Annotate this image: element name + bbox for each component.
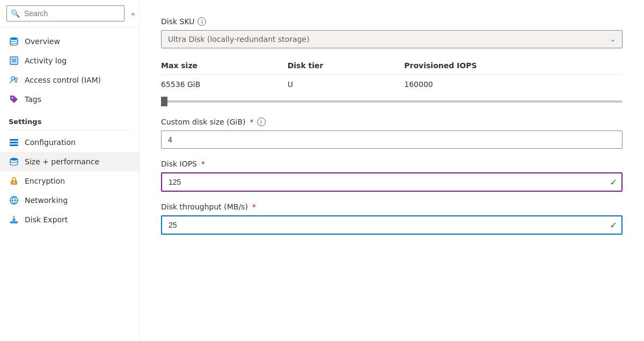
check-icon-throughput: ✓ [610,220,617,230]
sidebar-item-networking-label: Networking [25,196,68,205]
sidebar: 🔍 « Overview [0,0,140,341]
custom-disk-size-input[interactable] [161,130,623,149]
table-header-disk-tier: Disk tier [288,57,405,75]
svg-rect-10 [10,144,18,146]
required-star: * [250,118,254,126]
nav-list: Overview Activity log [0,27,139,341]
disk-iops-section: Disk IOPS * ✓ [161,159,623,192]
sidebar-item-disk-export-label: Disk Export [25,215,68,224]
sidebar-item-overview[interactable]: Overview [0,32,139,51]
sidebar-item-encryption-label: Encryption [25,177,65,185]
svg-point-5 [11,77,14,80]
search-input[interactable] [6,5,125,21]
tags-icon [9,94,19,105]
disk-sku-label: Disk SKU i [161,17,623,26]
sidebar-item-size-performance[interactable]: Size + performance [0,152,139,171]
disk-export-icon [9,214,19,225]
disk-sku-dropdown[interactable]: Ultra Disk (locally-redundant storage) ⌄ [161,30,623,48]
disk-sku-table: Max size Disk tier Provisioned IOPS 6553… [161,57,623,94]
required-star-iops: * [201,159,205,168]
sidebar-item-access-control[interactable]: Access control (IAM) [0,70,139,90]
search-wrapper: 🔍 [6,5,125,21]
networking-icon [9,195,19,206]
svg-point-6 [15,78,17,80]
activity-icon [9,55,19,66]
disk-throughput-input[interactable] [161,215,623,235]
main-content: Disk SKU i Ultra Disk (locally-redundant… [140,0,644,341]
svg-point-13 [13,182,15,184]
table-row: 65536 GiB U 160000 [161,75,623,95]
svg-rect-8 [10,139,18,141]
table-header-provisioned-iops: Provisioned IOPS [404,57,623,75]
table-cell-max-size: 65536 GiB [161,75,288,95]
chevron-down-icon: ⌄ [610,35,616,43]
table-header-max-size: Max size [161,57,288,75]
sidebar-item-networking[interactable]: Networking [0,191,139,210]
svg-rect-9 [10,142,18,143]
disk-sku-value: Ultra Disk (locally-redundant storage) [168,35,310,43]
settings-divider [9,130,130,130]
sidebar-item-configuration[interactable]: Configuration [0,133,139,152]
config-icon [9,137,19,148]
check-icon-iops: ✓ [610,177,617,187]
settings-section-label: Settings [0,109,139,128]
disk-iops-label: Disk IOPS * [161,159,623,168]
svg-point-0 [10,38,18,40]
access-icon [9,75,19,85]
table-cell-disk-tier: U [288,75,405,95]
disk-iops-input[interactable] [161,172,623,192]
size-icon [9,156,19,167]
sidebar-item-size-label: Size + performance [25,157,99,166]
required-star-throughput: * [252,202,256,211]
svg-point-7 [12,97,13,99]
encryption-icon [9,176,19,186]
disk-throughput-section: Disk throughput (MB/s) * ✓ [161,202,623,235]
table-cell-provisioned-iops: 160000 [404,75,623,95]
slider-container [161,100,623,103]
search-icon: 🔍 [11,9,20,18]
custom-disk-size-info-icon[interactable]: i [257,118,266,126]
disk-iops-input-wrapper: ✓ [161,172,623,192]
disk-sku-info-icon[interactable]: i [197,17,206,26]
svg-rect-2 [11,58,17,63]
disk-throughput-label: Disk throughput (MB/s) * [161,202,623,211]
sidebar-item-encryption[interactable]: Encryption [0,171,139,191]
slider-track[interactable] [161,100,623,103]
collapse-button[interactable]: « [129,8,137,20]
sidebar-item-activity-label: Activity log [25,56,67,65]
custom-disk-size-section: Custom disk size (GiB) * i [161,118,623,149]
sidebar-item-configuration-label: Configuration [25,138,76,147]
search-bar: 🔍 « [0,0,139,27]
stack-icon [9,36,19,47]
disk-sku-section: Disk SKU i Ultra Disk (locally-redundant… [161,17,623,103]
sidebar-item-tags-label: Tags [25,95,41,104]
svg-point-11 [10,158,18,161]
slider-thumb[interactable] [161,97,167,106]
sidebar-item-tags[interactable]: Tags [0,90,139,109]
svg-rect-16 [10,221,18,223]
sidebar-item-access-label: Access control (IAM) [25,76,101,84]
sidebar-item-overview-label: Overview [25,37,60,46]
sidebar-item-disk-export[interactable]: Disk Export [0,210,139,229]
custom-disk-size-label: Custom disk size (GiB) * i [161,118,623,126]
disk-throughput-input-wrapper: ✓ [161,215,623,235]
sidebar-item-activity-log[interactable]: Activity log [0,51,139,70]
